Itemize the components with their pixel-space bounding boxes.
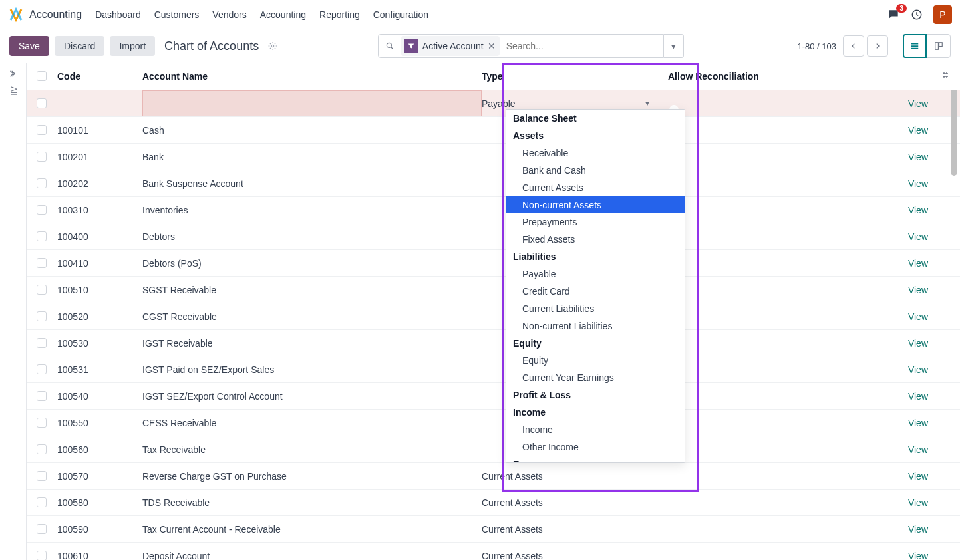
row-checkbox[interactable] — [37, 471, 47, 481]
row-checkbox[interactable] — [37, 551, 47, 560]
select-all-checkbox[interactable] — [37, 71, 47, 81]
table-row[interactable]: 100520CGST ReceivableView — [27, 303, 960, 330]
dropdown-item[interactable]: Income — [506, 421, 685, 438]
filter-chip-active-account[interactable]: Active Account ✕ — [401, 36, 500, 56]
import-button[interactable]: Import — [110, 36, 155, 56]
row-checkbox[interactable] — [37, 125, 47, 135]
row-checkbox[interactable] — [37, 152, 47, 162]
view-link[interactable]: View — [908, 285, 928, 295]
view-link[interactable]: View — [908, 125, 928, 136]
account-name-input[interactable] — [142, 90, 482, 116]
view-link[interactable]: View — [908, 311, 928, 322]
view-link[interactable]: View — [908, 524, 928, 535]
table-row[interactable]: 100610Deposit AccountCurrent AssetsView — [27, 543, 960, 560]
filter-chip-remove-icon[interactable]: ✕ — [488, 41, 496, 51]
dropdown-item[interactable]: Non-current Liabilities — [506, 317, 685, 335]
row-checkbox[interactable] — [37, 178, 47, 188]
kanban-view-button[interactable] — [927, 34, 951, 58]
user-avatar[interactable]: P — [933, 5, 952, 24]
view-link[interactable]: View — [908, 98, 928, 109]
view-link[interactable]: View — [908, 205, 928, 215]
table-row[interactable]: 100550CESS ReceivableView — [27, 410, 960, 436]
row-checkbox[interactable] — [37, 444, 47, 454]
table-row[interactable]: 100410Debtors (PoS)View — [27, 250, 960, 277]
page-prev-button[interactable] — [843, 35, 864, 57]
table-row[interactable]: 100580TDS ReceivableCurrent AssetsView — [27, 490, 960, 516]
dropdown-item[interactable]: Other Income — [506, 438, 685, 456]
nav-reporting[interactable]: Reporting — [319, 9, 360, 20]
table-row[interactable]: 100202Bank Suspense AccountView — [27, 170, 960, 197]
search-box[interactable]: Active Account ✕ — [378, 34, 664, 58]
nav-accounting[interactable]: Accounting — [260, 9, 306, 20]
view-link[interactable]: View — [908, 444, 928, 455]
table-row[interactable]: 100510SGST ReceivableView — [27, 277, 960, 303]
table-row[interactable]: 100400DebtorsView — [27, 223, 960, 250]
dropdown-item[interactable]: Credit Card — [506, 283, 685, 300]
row-checkbox[interactable] — [37, 418, 47, 428]
row-checkbox[interactable] — [37, 258, 47, 268]
search-dropdown-button[interactable]: ▾ — [664, 34, 684, 58]
row-checkbox[interactable] — [37, 338, 47, 348]
table-row[interactable]: 100310InventoriesView — [27, 197, 960, 223]
col-header-recon[interactable]: Allow Reconciliation — [668, 71, 868, 82]
col-header-type[interactable]: Type — [482, 71, 668, 82]
row-checkbox[interactable] — [37, 98, 47, 108]
dropdown-item[interactable]: Current Liabilities — [506, 300, 685, 317]
scrollbar[interactable] — [949, 63, 959, 560]
row-checkbox[interactable] — [37, 497, 47, 507]
gear-icon[interactable] — [268, 41, 277, 51]
dropdown-item[interactable]: Non-current Assets — [506, 196, 685, 213]
row-checkbox[interactable] — [37, 391, 47, 401]
activity-icon[interactable] — [911, 9, 923, 21]
view-link[interactable]: View — [908, 178, 928, 189]
view-link[interactable]: View — [908, 551, 928, 561]
messages-icon[interactable]: 3 — [887, 8, 900, 21]
table-row[interactable]: 100590Tax Current Account - ReceivableCu… — [27, 516, 960, 543]
col-header-name[interactable]: Account Name — [142, 71, 482, 82]
col-header-code[interactable]: Code — [56, 71, 142, 82]
dropdown-item[interactable]: Current Assets — [506, 179, 685, 196]
save-button[interactable]: Save — [9, 36, 49, 56]
row-checkbox[interactable] — [37, 285, 47, 295]
table-row[interactable]: 100540IGST SEZ/Export Control AccountVie… — [27, 383, 960, 410]
nav-dashboard[interactable]: Dashboard — [95, 9, 141, 20]
discard-button[interactable]: Discard — [55, 36, 104, 56]
expand-side-icon[interactable] — [9, 69, 18, 78]
row-checkbox[interactable] — [37, 524, 47, 534]
table-row[interactable]: 100560Tax ReceivableView — [27, 436, 960, 463]
app-title[interactable]: Accounting — [29, 9, 82, 21]
dropdown-item[interactable]: Current Year Earnings — [506, 369, 685, 386]
nav-vendors[interactable]: Vendors — [212, 9, 246, 20]
view-link[interactable]: View — [908, 497, 928, 508]
view-link[interactable]: View — [908, 418, 928, 428]
dropdown-item[interactable]: Bank and Cash — [506, 162, 685, 179]
nav-customers[interactable]: Customers — [154, 9, 200, 20]
view-link[interactable]: View — [908, 471, 928, 482]
column-settings-icon[interactable] — [940, 70, 951, 80]
view-link[interactable]: View — [908, 338, 928, 349]
type-dropdown[interactable]: Balance SheetAssetsReceivableBank and Ca… — [506, 109, 685, 463]
dropdown-item[interactable]: Equity — [506, 352, 685, 369]
nav-configuration[interactable]: Configuration — [373, 9, 428, 20]
side-all-label[interactable]: All — [9, 86, 18, 95]
view-link[interactable]: View — [908, 231, 928, 242]
row-checkbox[interactable] — [37, 364, 47, 374]
table-row[interactable]: 100570Reverse Charge GST on PurchaseCurr… — [27, 463, 960, 490]
view-link[interactable]: View — [908, 152, 928, 162]
row-checkbox[interactable] — [37, 205, 47, 215]
table-row[interactable]: 100530IGST ReceivableView — [27, 330, 960, 356]
view-link[interactable]: View — [908, 391, 928, 402]
dropdown-item[interactable]: Prepayments — [506, 213, 685, 231]
search-input[interactable] — [504, 38, 663, 54]
row-checkbox[interactable] — [37, 311, 47, 321]
view-link[interactable]: View — [908, 258, 928, 269]
table-row[interactable]: 100531IGST Paid on SEZ/Export SalesView — [27, 356, 960, 383]
dropdown-item[interactable]: Fixed Assets — [506, 231, 685, 248]
table-row[interactable]: 100101CashView — [27, 117, 960, 144]
dropdown-item[interactable]: Payable — [506, 265, 685, 283]
list-view-button[interactable] — [903, 34, 927, 58]
table-row-editing[interactable]: Payable ▼ View — [27, 90, 960, 117]
row-checkbox[interactable] — [37, 231, 47, 241]
view-link[interactable]: View — [908, 364, 928, 375]
table-row[interactable]: 100201BankView — [27, 144, 960, 170]
